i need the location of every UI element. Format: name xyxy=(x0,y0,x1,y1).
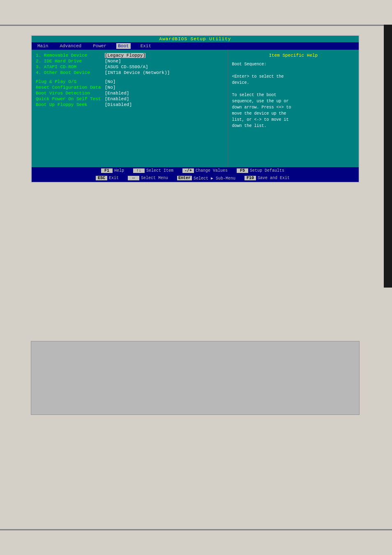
config-virus[interactable]: Boot Virus Detection [Enabled] xyxy=(36,91,224,96)
statusbar-row2: ESC Exit ↔ Select Menu Enter Select ▶ Su… xyxy=(96,176,295,181)
config-value-reset: [No] xyxy=(105,85,115,90)
config-quickpost[interactable]: Quick Power On Self Test [Enabled] xyxy=(36,97,224,101)
menu-boot[interactable]: Boot xyxy=(116,43,130,49)
help-line-1: Boot Sequence: xyxy=(232,61,355,67)
status-enter[interactable]: Enter Select ▶ Sub-Menu xyxy=(177,176,235,181)
help-line-6: To select the boot xyxy=(232,92,355,98)
key-f1: F1 xyxy=(101,168,113,173)
key-f10: F10 xyxy=(244,176,256,180)
key-enter: Enter xyxy=(177,176,192,180)
help-line-2 xyxy=(232,67,355,74)
right-sidebar-strip xyxy=(384,25,392,288)
boot-item-3[interactable]: 3. ATAPI CD-ROM [ASUS CD-S500/A] xyxy=(36,64,224,69)
top-divider xyxy=(0,25,392,26)
config-label-quickpost: Quick Power On Self Test xyxy=(36,97,101,101)
statusbar-row1: F1 Help ↑↓ Select Item -/+ Change Values… xyxy=(101,168,289,173)
bios-title: AwardBIOS Setup Utility xyxy=(32,36,359,42)
boot-label-2: 2. IDE Hard Drive xyxy=(36,59,101,64)
boot-label-4: 4. Other Boot Device xyxy=(36,70,101,75)
gray-content-area xyxy=(31,341,360,415)
bios-content: 1. Removable Device [Legacy Floppy] 2. I… xyxy=(32,50,359,178)
config-value-plug: [No] xyxy=(105,79,115,84)
help-line-3: <Enter> to select the xyxy=(232,74,355,80)
desc-change-values: Change Values xyxy=(196,168,228,173)
desc-help: Help xyxy=(114,168,124,173)
config-label-floppy: Boot Up Floppy Seek xyxy=(36,102,101,107)
menu-main[interactable]: Main xyxy=(36,43,50,49)
separator xyxy=(36,76,224,79)
boot-value-3: [ASUS CD-S500/A] xyxy=(105,64,148,69)
config-value-quickpost: [Enabled] xyxy=(105,97,129,101)
status-f5[interactable]: F5 Setup Defaults xyxy=(237,168,284,173)
bios-statusbar: F1 Help ↑↓ Select Item -/+ Change Values… xyxy=(32,167,359,182)
boot-item-1[interactable]: 1. Removable Device [Legacy Floppy] xyxy=(36,53,224,58)
key-change: -/+ xyxy=(182,168,194,173)
status-change: -/+ Change Values xyxy=(182,168,228,173)
config-floppy[interactable]: Boot Up Floppy Seek [Disabled] xyxy=(36,102,224,107)
help-line-9: move the device up the xyxy=(232,111,355,117)
desc-setup-defaults: Setup Defaults xyxy=(250,168,284,173)
status-lr: ↔ Select Menu xyxy=(128,176,168,180)
help-title: Item Specific Help xyxy=(232,53,355,58)
boot-value-4: [INT18 Device (Network)] xyxy=(105,70,170,75)
status-f10[interactable]: F10 Save and Exit xyxy=(244,176,290,180)
desc-select-submenu: Select ▶ Sub-Menu xyxy=(194,176,235,181)
status-esc[interactable]: ESC Exit xyxy=(96,176,119,180)
menu-advanced[interactable]: Advanced xyxy=(58,43,83,49)
help-text: Boot Sequence: <Enter> to select the dev… xyxy=(232,61,355,129)
help-line-10: list, or <-> to move it xyxy=(232,117,355,123)
help-line-5 xyxy=(232,86,355,92)
config-value-virus: [Enabled] xyxy=(105,91,129,96)
status-f1[interactable]: F1 Help xyxy=(101,168,124,173)
key-updown: ↑↓ xyxy=(133,168,145,173)
key-esc: ESC xyxy=(96,176,107,180)
key-f5: F5 xyxy=(237,168,248,173)
status-updown: ↑↓ Select Item xyxy=(133,168,173,173)
config-value-floppy: [Disabled] xyxy=(105,102,132,107)
bios-screen: AwardBIOS Setup Utility Main Advanced Po… xyxy=(31,35,360,183)
desc-exit: Exit xyxy=(109,176,119,180)
help-line-4: device. xyxy=(232,80,355,86)
desc-select-menu: Select Menu xyxy=(141,176,168,180)
bios-left-panel: 1. Removable Device [Legacy Floppy] 2. I… xyxy=(32,50,228,178)
boot-label-1: 1. Removable Device xyxy=(36,53,101,58)
config-label-reset: Reset Configuration Data xyxy=(36,85,101,90)
boot-value-2: [None] xyxy=(105,59,121,64)
boot-item-2[interactable]: 2. IDE Hard Drive [None] xyxy=(36,59,224,64)
desc-save-exit: Save and Exit xyxy=(258,176,290,180)
menu-power[interactable]: Power xyxy=(91,43,108,49)
config-label-plug: Plug & Play O/S xyxy=(36,79,101,84)
bios-right-panel: Item Specific Help Boot Sequence: <Enter… xyxy=(228,50,359,178)
config-reset[interactable]: Reset Configuration Data [No] xyxy=(36,85,224,90)
boot-item-4[interactable]: 4. Other Boot Device [INT18 Device (Netw… xyxy=(36,70,224,75)
bios-menubar: Main Advanced Power Boot Exit xyxy=(32,42,359,50)
desc-select-item: Select Item xyxy=(146,168,173,173)
bottom-divider xyxy=(0,529,392,530)
config-label-virus: Boot Virus Detection xyxy=(36,91,101,96)
config-plug-play[interactable]: Plug & Play O/S [No] xyxy=(36,79,224,84)
menu-exit[interactable]: Exit xyxy=(139,43,153,49)
help-line-7: sequence, use the up or xyxy=(232,98,355,104)
key-lr: ↔ xyxy=(128,176,139,180)
boot-label-3: 3. ATAPI CD-ROM xyxy=(36,64,101,69)
boot-value-1: [Legacy Floppy] xyxy=(105,53,145,58)
help-line-11: down the list. xyxy=(232,123,355,129)
help-line-8: down arrow. Press <+> to xyxy=(232,104,355,111)
